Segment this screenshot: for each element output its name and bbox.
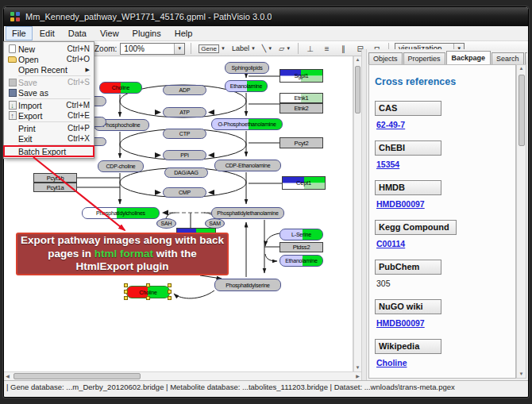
node-sphingolipids[interactable]: Sphingolipids bbox=[225, 62, 269, 74]
xref-id-link[interactable]: 62-49-7 bbox=[376, 120, 511, 129]
scroll-right-icon[interactable]: ▶ bbox=[354, 373, 361, 380]
node-cdp-ethanolamine[interactable]: CDP-Ethanolamine bbox=[214, 160, 281, 171]
tab-objects[interactable]: Objects bbox=[368, 52, 403, 64]
screenshot-stage: Mm_Kennedy_pathway_WP1771_45176.gpml - P… bbox=[0, 0, 532, 404]
xref-id-link[interactable]: HMDB00097 bbox=[376, 318, 511, 328]
label-tool[interactable]: Label ▼ bbox=[230, 44, 257, 53]
node-sah[interactable]: SAH bbox=[156, 218, 176, 229]
scroll-up-icon[interactable]: ▲ bbox=[518, 65, 525, 72]
file-menu-item-new[interactable]: New Ctrl+N bbox=[4, 44, 94, 54]
menu-item-icon bbox=[6, 88, 18, 98]
xref-id-link[interactable]: 15354 bbox=[376, 160, 511, 169]
scrollbar-thumb[interactable] bbox=[519, 75, 525, 146]
canvas-horizontal-scrollbar[interactable]: ◀ ▶ bbox=[4, 371, 361, 380]
node-phosphatidylcholines[interactable]: Phosphatidylcholines bbox=[82, 207, 160, 219]
menu-item-icon bbox=[6, 44, 18, 54]
scroll-up-icon[interactable]: ▲ bbox=[354, 56, 361, 63]
canvas-vertical-scrollbar[interactable]: ▲ ▼ bbox=[353, 56, 361, 371]
new-file-icon bbox=[9, 44, 16, 53]
tab-search[interactable]: Search bbox=[492, 52, 524, 64]
file-menu-item-open-recent[interactable]: Open Recent ▶ bbox=[4, 64, 94, 75]
file-menu-item-open[interactable]: Open Ctrl+O bbox=[4, 54, 94, 64]
side-panel-tabs: ObjectsPropertiesBackpageSearchLegend bbox=[368, 51, 527, 64]
caret-down-icon[interactable]: ▼ bbox=[268, 46, 272, 51]
file-menu-item-save-as[interactable]: Save as bbox=[4, 87, 94, 98]
node-pcyt1b[interactable]: Pcyt1b bbox=[33, 173, 77, 183]
node-choline[interactable]: Choline bbox=[99, 82, 142, 94]
menubar-item-file[interactable]: File bbox=[6, 26, 33, 40]
menubar-item-data[interactable]: Data bbox=[62, 26, 93, 40]
line-tool[interactable]: ╲ ▼ bbox=[260, 44, 274, 53]
caret-down-icon[interactable]: ▼ bbox=[286, 46, 291, 51]
distribute-horizontal-icon[interactable]: ∥ bbox=[337, 43, 349, 54]
backpage-content: Cross references CAS 62-49-7 ChEBI 15354… bbox=[368, 64, 516, 379]
shape-tool[interactable]: ▱ ▼ bbox=[277, 44, 292, 53]
file-menu-item-print[interactable]: Print Ctrl+P bbox=[4, 123, 94, 133]
tab-backpage[interactable]: Backpage bbox=[446, 51, 492, 64]
menubar-item-view[interactable]: View bbox=[94, 26, 125, 40]
file-menu-item-batch-export[interactable]: Batch Export bbox=[4, 146, 94, 156]
file-menu-item-import[interactable]: Import Ctrl+M bbox=[4, 100, 94, 110]
tab-legend[interactable]: Legend bbox=[525, 52, 527, 64]
menu-item-icon bbox=[6, 134, 18, 144]
open-folder-icon bbox=[8, 56, 17, 63]
cross-references-heading: Cross references bbox=[375, 76, 511, 87]
xref-id-text: 305 bbox=[376, 279, 511, 288]
node-cept1[interactable]: Cept1 bbox=[282, 176, 326, 190]
xref-section-hmdb: HMDB HMDB00097 bbox=[375, 179, 511, 209]
node-etnk1[interactable]: Etnk1 bbox=[279, 93, 323, 103]
node-pcyt1a[interactable]: Pcyt1a bbox=[33, 183, 77, 192]
menu-separator bbox=[18, 98, 91, 99]
panel-splitter[interactable] bbox=[361, 49, 367, 380]
xref-id-link[interactable]: Choline bbox=[376, 358, 511, 367]
node-adp[interactable]: ADP bbox=[163, 85, 206, 95]
node-ppi[interactable]: PPi bbox=[163, 150, 206, 160]
file-menu-item-export[interactable]: Export Ctrl+E bbox=[4, 110, 94, 121]
caret-down-icon[interactable]: ▼ bbox=[251, 46, 256, 51]
xref-source-header: HMDB bbox=[375, 180, 441, 195]
panel-vertical-scrollbar[interactable]: ▲ ▼ bbox=[516, 64, 526, 379]
node-phosphatidylethanolamine[interactable]: Phosphatidylethanolamine bbox=[211, 207, 284, 219]
node-sgpl1[interactable]: Sgpl1 bbox=[279, 69, 323, 83]
node-o-phosphoethanolamine[interactable]: O-Phosphoethanolamine bbox=[211, 118, 283, 130]
zoom-combobox[interactable]: 100% ▼ bbox=[120, 43, 185, 55]
export-icon bbox=[9, 111, 17, 120]
menubar-item-plugins[interactable]: Plugins bbox=[126, 26, 168, 40]
tab-properties[interactable]: Properties bbox=[403, 52, 445, 64]
xref-id-link[interactable]: C00114 bbox=[376, 239, 511, 248]
scroll-down-icon[interactable]: ▼ bbox=[354, 364, 361, 371]
xref-source-header: NuGO wiki bbox=[375, 299, 441, 314]
node-cmp[interactable]: CMP bbox=[163, 187, 206, 198]
menubar-item-help[interactable]: Help bbox=[168, 26, 199, 40]
node-cdp-choline[interactable]: CDP-choline bbox=[98, 160, 144, 172]
node-ptdss2[interactable]: Ptdss2 bbox=[279, 242, 323, 252]
node-ethanolamine[interactable]: Ethanolamine bbox=[225, 80, 268, 92]
node-ethanolamine[interactable]: Ethanolamine bbox=[279, 255, 323, 267]
highlighted-text: html format bbox=[94, 248, 153, 260]
menubar-item-edit[interactable]: Edit bbox=[33, 26, 61, 40]
scrollbar-thumb[interactable] bbox=[13, 373, 141, 379]
node-ctp[interactable]: CTP bbox=[163, 129, 206, 139]
xref-source-header: Wikipedia bbox=[375, 339, 441, 354]
node-atp[interactable]: ATP bbox=[163, 107, 206, 117]
save-icon bbox=[9, 79, 17, 87]
caret-down-icon[interactable]: ▼ bbox=[221, 46, 226, 51]
file-menu-item-exit[interactable]: Exit Ctrl+X bbox=[4, 133, 94, 144]
scroll-down-icon[interactable]: ▼ bbox=[518, 371, 525, 378]
gene-datanode-tool[interactable]: Gene ▼ bbox=[197, 44, 227, 54]
caret-down-icon[interactable]: ▼ bbox=[174, 44, 184, 54]
xref-id-link[interactable]: HMDB00097 bbox=[376, 199, 511, 209]
scroll-left-icon[interactable]: ◀ bbox=[4, 373, 11, 380]
line-icon: ╲ bbox=[262, 44, 266, 52]
distribute-vertical-icon[interactable]: ≡ bbox=[321, 43, 333, 54]
node-l-serine[interactable]: L-Serine bbox=[279, 229, 323, 240]
node-pcyt2[interactable]: Pcyt2 bbox=[279, 137, 323, 148]
node-etnk2[interactable]: Etnk2 bbox=[279, 103, 323, 114]
scrollbar-thumb[interactable] bbox=[355, 66, 360, 114]
align-center-icon[interactable]: ⊥ bbox=[304, 43, 316, 54]
node-dag-aag[interactable]: DAG/AAG bbox=[164, 167, 208, 178]
submenu-arrow-icon: ▶ bbox=[86, 67, 90, 73]
node-phosphatidylserine[interactable]: Phosphatidylserine bbox=[214, 279, 281, 291]
file-menu-item-save[interactable]: Save Ctrl+S bbox=[4, 77, 94, 87]
node-choline[interactable]: Choline bbox=[126, 286, 170, 298]
